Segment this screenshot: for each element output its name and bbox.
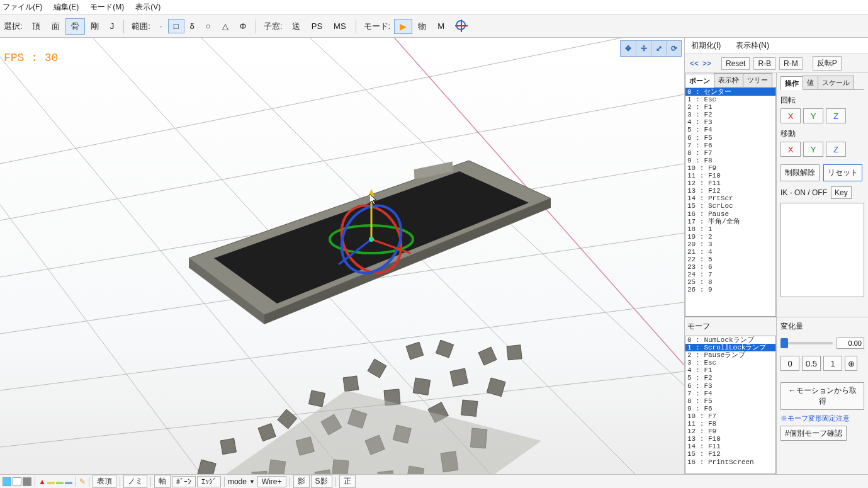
menu-mode[interactable]: モード(M) [90, 2, 124, 13]
list-item[interactable]: 24 : 7 [685, 271, 775, 278]
sb-shadow-button[interactable]: 影 [293, 475, 310, 488]
sb-axis-button[interactable]: 軸 [154, 475, 171, 488]
list-item[interactable]: 8 : F7 [685, 149, 775, 157]
select-face-button[interactable]: 面 [46, 18, 65, 35]
list-item[interactable]: 11 : F10 [685, 172, 775, 179]
viewport-3d[interactable]: FPS : 30 ✥ ✢ ⤢ ⟳ [0, 38, 684, 474]
dropdown-icon[interactable]: ▼ [248, 479, 256, 485]
list-item[interactable]: 19 : 2 [685, 233, 775, 241]
sb-vertex-button[interactable]: 表頂 [93, 475, 116, 488]
reset-button[interactable]: Reset [721, 57, 750, 70]
move-x-button[interactable]: X [781, 142, 801, 157]
list-item[interactable]: 25 : 8 [685, 278, 775, 286]
play-button[interactable]: ▶ [394, 19, 412, 34]
preset-1-button[interactable]: 1 [823, 356, 842, 371]
menu-edit[interactable]: 編集(E) [54, 2, 79, 13]
list-item[interactable]: 13 : F10 [685, 435, 775, 443]
list-item[interactable]: 14 : PrtScr [685, 195, 775, 202]
ps-button[interactable]: PS [306, 19, 328, 33]
list-item[interactable]: 6 : F3 [685, 382, 775, 390]
move-y-button[interactable]: Y [803, 142, 823, 157]
list-item[interactable]: 10 : F9 [685, 164, 775, 172]
limit-release-button[interactable]: 制限解除 [781, 164, 820, 181]
swatch-blue[interactable] [3, 477, 11, 486]
list-item[interactable]: 17 : 半角/全角 [685, 218, 775, 225]
list-item[interactable]: 14 : F11 [685, 443, 775, 450]
list-item[interactable]: 12 : F11 [685, 179, 775, 187]
rotate-x-button[interactable]: X [781, 108, 801, 123]
range-sigma-button[interactable]: δ [184, 19, 200, 33]
key-button[interactable]: Key [831, 186, 852, 199]
list-item[interactable]: 15 : ScrLoc [685, 202, 775, 210]
sb-front-button[interactable]: 正 [339, 475, 356, 488]
bone-listbox[interactable]: 0 : センター1 : Esc2 : F13 : F24 : F35 : F46… [685, 88, 776, 317]
tab-value[interactable]: 値 [803, 76, 818, 89]
select-joint-button[interactable]: J [104, 19, 120, 33]
list-item[interactable]: 23 : 6 [685, 263, 775, 271]
list-item[interactable]: 5 : F2 [685, 374, 775, 382]
list-item[interactable]: 12 : F9 [685, 428, 775, 435]
ms-button[interactable]: MS [328, 19, 352, 33]
range-box-button[interactable]: □ [168, 19, 184, 33]
rm-button[interactable]: R-M [779, 57, 803, 70]
list-item[interactable]: 4 : F1 [685, 366, 775, 374]
morph-slider[interactable] [781, 342, 833, 344]
list-item[interactable]: 0 : センター [685, 88, 775, 96]
tri-red-icon[interactable]: ▲ [38, 477, 46, 486]
m-button[interactable]: M [432, 19, 450, 33]
menu-file[interactable]: ファイル(F) [3, 2, 42, 13]
tab-operate[interactable]: 操作 [781, 76, 803, 90]
tab-display-frame[interactable]: 表示枠 [714, 73, 743, 87]
send-button[interactable]: 送 [286, 18, 306, 35]
rb-button[interactable]: R-B [753, 57, 775, 70]
move-z-button[interactable]: Z [826, 142, 846, 157]
nav-prev-button[interactable]: << [690, 59, 699, 68]
nav-orbit-icon[interactable]: ⟳ [666, 41, 681, 56]
list-item[interactable]: 0 : NumLockランプ [685, 336, 775, 344]
list-item[interactable]: 9 : F8 [685, 157, 775, 164]
list-item[interactable]: 3 : Esc [685, 359, 775, 366]
ik-listbox[interactable] [781, 203, 864, 297]
list-item[interactable]: 11 : F8 [685, 420, 775, 428]
nav-pan-icon[interactable]: ✥ [621, 41, 636, 56]
list-item[interactable]: 16 : Pause [685, 210, 775, 218]
list-item[interactable]: 3 : F2 [685, 111, 775, 118]
list-item[interactable]: 21 : 4 [685, 248, 775, 256]
individual-morph-check-button[interactable]: #個別モーフ確認 [781, 426, 847, 441]
swatch-white[interactable] [13, 477, 21, 486]
nav-move-icon[interactable]: ✢ [636, 41, 651, 56]
sb-wire-button[interactable]: Wire+ [257, 476, 286, 487]
swatch-gray[interactable] [23, 477, 31, 486]
from-motion-button[interactable]: ←モーションから取得 [781, 382, 864, 410]
list-item[interactable]: 1 : ScrollLockランプ [685, 344, 775, 351]
flip-p-button[interactable]: 反転P [813, 56, 842, 71]
list-item[interactable]: 22 : 5 [685, 256, 775, 263]
sb-bone-button[interactable]: ﾎﾞｰﾝ [172, 476, 196, 487]
rotate-y-button[interactable]: Y [803, 108, 823, 123]
list-item[interactable]: 7 : F6 [685, 142, 775, 149]
morph-listbox[interactable]: 0 : NumLockランプ1 : ScrollLockランプ2 : Pause… [685, 336, 776, 474]
tri-yellow-icon[interactable]: ▬ [47, 477, 55, 486]
sb-sshadow-button[interactable]: S影 [311, 475, 332, 488]
list-item[interactable]: 15 : F12 [685, 450, 775, 458]
range-dot-button[interactable]: · [154, 19, 168, 33]
list-item[interactable]: 2 : Pauseランプ [685, 351, 775, 359]
list-item[interactable]: 7 : F4 [685, 390, 775, 397]
tab-scale[interactable]: スケール [818, 76, 854, 89]
tab-bone[interactable]: ボーン [685, 74, 714, 88]
list-item[interactable]: 8 : F5 [685, 397, 775, 405]
list-item[interactable]: 20 : 3 [685, 241, 775, 248]
tri-green-icon[interactable]: ▬ [56, 477, 64, 486]
change-amount-input[interactable] [837, 338, 864, 349]
tab-tree[interactable]: ツリー [743, 73, 772, 87]
slider-thumb[interactable] [781, 338, 788, 348]
list-item[interactable]: 9 : F6 [685, 405, 775, 412]
list-item[interactable]: 1 : Esc [685, 96, 775, 103]
list-item[interactable]: 6 : F5 [685, 134, 775, 142]
nav-zoom-icon[interactable]: ⤢ [651, 41, 666, 56]
range-triangle-button[interactable]: △ [217, 19, 234, 33]
list-item[interactable]: 18 : 1 [685, 225, 775, 233]
list-item[interactable]: 5 : F4 [685, 126, 775, 133]
range-circle-button[interactable]: ○ [200, 19, 217, 33]
select-rigid-button[interactable]: 剛 [85, 18, 104, 35]
